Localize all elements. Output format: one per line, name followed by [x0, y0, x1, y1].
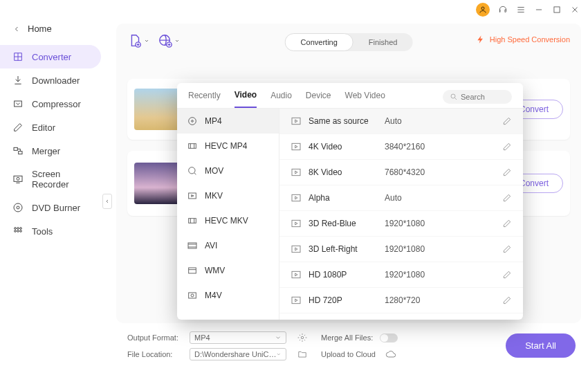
menu-icon[interactable]: [516, 5, 526, 15]
sidebar-item-screen-recorder[interactable]: Screen Recorder: [0, 163, 101, 196]
svg-rect-26: [189, 144, 196, 149]
format-search[interactable]: [443, 90, 512, 104]
svg-point-14: [20, 230, 22, 232]
svg-rect-5: [14, 176, 22, 181]
support-icon[interactable]: [498, 5, 508, 15]
edit-icon[interactable]: [502, 142, 512, 152]
svg-point-25: [192, 120, 194, 122]
merge-label: Merge All Files:: [321, 333, 373, 342]
svg-rect-36: [292, 169, 300, 175]
resolution-item[interactable]: 8K Video7680*4320: [279, 160, 523, 185]
format-mov[interactable]: MOV: [177, 158, 279, 183]
edit-icon[interactable]: [502, 193, 512, 203]
svg-point-23: [451, 94, 455, 98]
svg-rect-35: [292, 143, 300, 149]
svg-point-13: [17, 230, 19, 232]
sidebar: Home ConverterDownloaderCompressorEditor…: [0, 0, 111, 366]
file-location-select[interactable]: D:\Wondershare UniConverter 1: [190, 348, 286, 360]
resolution-item[interactable]: Same as sourceAuto: [279, 109, 523, 134]
format-m4v[interactable]: M4V: [177, 283, 279, 308]
play-box-icon: [291, 269, 302, 280]
finished-tab[interactable]: Finished: [353, 33, 413, 51]
resolution-item[interactable]: 3D Left-Right1920*1080: [279, 237, 523, 262]
add-url-button[interactable]: [158, 33, 180, 48]
resolution-item[interactable]: 3D Red-Blue1920*1080: [279, 211, 523, 237]
format-mkv[interactable]: MKV: [177, 183, 279, 208]
svg-rect-3: [14, 147, 17, 150]
format-avi[interactable]: AVI: [177, 233, 279, 258]
edit-icon[interactable]: [502, 270, 512, 280]
svg-point-24: [189, 118, 196, 125]
edit-icon[interactable]: [502, 244, 512, 254]
edit-icon[interactable]: [502, 167, 512, 177]
svg-rect-4: [19, 152, 22, 154]
resolution-item[interactable]: AlphaAuto: [279, 185, 523, 211]
sidebar-item-tools[interactable]: Tools: [0, 219, 101, 243]
close-button[interactable]: [570, 5, 580, 15]
merge-toggle[interactable]: [380, 333, 398, 342]
sidebar-item-compressor[interactable]: Compressor: [0, 92, 101, 116]
search-icon: [450, 93, 458, 101]
play-box-icon: [291, 141, 302, 152]
converting-tab[interactable]: Converting: [285, 33, 353, 51]
high-speed-link[interactable]: High Speed Conversion: [476, 35, 570, 44]
minimize-button[interactable]: [534, 5, 544, 15]
status-segmented: Converting Finished: [285, 33, 413, 51]
home-label: Home: [28, 24, 52, 34]
edit-icon[interactable]: [502, 295, 512, 305]
search-input[interactable]: [461, 93, 505, 101]
output-format-select[interactable]: MP4: [190, 331, 286, 344]
edit-icon[interactable]: [502, 116, 512, 126]
resolution-item[interactable]: HD 1080P1920*1080: [279, 262, 523, 288]
dropdown-tabs: RecentlyVideoAudioDeviceWeb Video: [177, 83, 523, 109]
format-hevc-mp4[interactable]: HEVC MP4: [177, 134, 279, 158]
caret-down-icon: [144, 38, 149, 44]
svg-point-8: [17, 206, 19, 209]
bolt-icon: [476, 35, 486, 44]
sidebar-item-dvd-burner[interactable]: DVD Burner: [0, 196, 101, 219]
dropdown-tab-recently[interactable]: Recently: [188, 91, 221, 107]
svg-rect-38: [292, 220, 300, 226]
user-avatar[interactable]: [476, 3, 490, 17]
add-file-icon: [127, 33, 143, 48]
add-file-button[interactable]: [127, 33, 149, 48]
svg-rect-1: [554, 7, 560, 12]
start-all-button[interactable]: Start All: [506, 333, 576, 358]
cloud-icon[interactable]: [385, 349, 396, 360]
sidebar-item-editor[interactable]: Editor: [0, 116, 101, 139]
dropdown-tab-device[interactable]: Device: [306, 91, 331, 107]
chevron-down-icon: [276, 351, 282, 358]
svg-rect-29: [189, 219, 196, 223]
titlebar: [476, 0, 588, 19]
svg-point-22: [301, 336, 304, 339]
folder-icon[interactable]: [297, 349, 307, 359]
resolution-list: Same as sourceAuto4K Video3840*21608K Vi…: [279, 109, 523, 320]
gear-icon[interactable]: [297, 333, 307, 342]
edit-icon[interactable]: [502, 219, 512, 228]
svg-rect-2: [15, 101, 22, 107]
maximize-button[interactable]: [552, 5, 562, 15]
play-box-icon: [291, 116, 302, 127]
format-wmv[interactable]: WMV: [177, 258, 279, 283]
resolution-item[interactable]: HD 720P1280*720: [279, 288, 523, 313]
svg-rect-30: [188, 243, 196, 248]
svg-rect-32: [189, 293, 196, 298]
sidebar-item-downloader[interactable]: Downloader: [0, 68, 101, 92]
svg-point-27: [189, 167, 195, 174]
svg-rect-34: [292, 118, 300, 124]
dropdown-tab-web-video[interactable]: Web Video: [345, 91, 385, 107]
format-mp4[interactable]: MP4: [177, 109, 279, 134]
sidebar-item-merger[interactable]: Merger: [0, 139, 101, 163]
sidebar-item-converter[interactable]: Converter: [0, 45, 101, 68]
back-home[interactable]: Home: [0, 19, 111, 45]
sidebar-collapse[interactable]: [102, 194, 112, 209]
chevron-down-icon: [275, 334, 282, 341]
svg-point-0: [481, 7, 484, 10]
dropdown-tab-audio[interactable]: Audio: [270, 91, 292, 107]
resolution-item[interactable]: 4K Video3840*2160: [279, 134, 523, 160]
dropdown-tab-video[interactable]: Video: [235, 90, 257, 108]
play-box-icon: [291, 295, 302, 306]
format-list: MP4HEVC MP4MOVMKVHEVC MKVAVIWMVM4V: [177, 109, 279, 320]
chevron-left-icon: [12, 25, 21, 33]
format-hevc-mkv[interactable]: HEVC MKV: [177, 208, 279, 233]
